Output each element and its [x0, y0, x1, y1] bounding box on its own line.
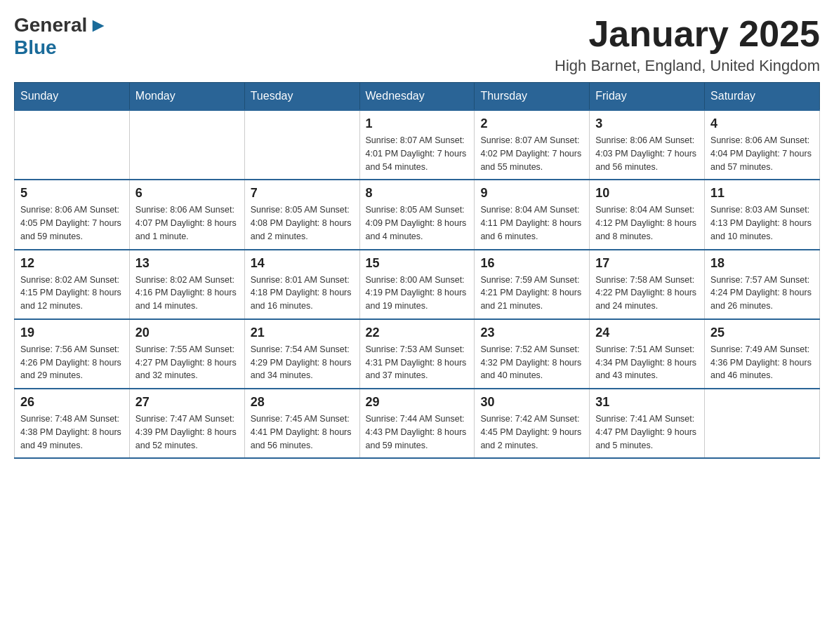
days-of-week-row: SundayMondayTuesdayWednesdayThursdayFrid… [15, 83, 820, 111]
day-number: 20 [135, 326, 239, 340]
calendar-cell: 30Sunrise: 7:42 AM Sunset: 4:45 PM Dayli… [475, 389, 590, 458]
day-info: Sunrise: 8:03 AM Sunset: 4:13 PM Dayligh… [710, 203, 814, 243]
day-info: Sunrise: 7:54 AM Sunset: 4:29 PM Dayligh… [251, 343, 354, 382]
day-number: 10 [595, 186, 699, 201]
calendar-cell: 24Sunrise: 7:51 AM Sunset: 4:34 PM Dayli… [590, 319, 705, 389]
week-row-2: 5Sunrise: 8:06 AM Sunset: 4:05 PM Daylig… [15, 180, 820, 249]
day-info: Sunrise: 7:42 AM Sunset: 4:45 PM Dayligh… [480, 412, 583, 452]
day-info: Sunrise: 7:51 AM Sunset: 4:34 PM Dayligh… [595, 343, 699, 382]
day-number: 28 [251, 395, 354, 410]
calendar-body: 1Sunrise: 8:07 AM Sunset: 4:01 PM Daylig… [15, 110, 820, 458]
day-number: 3 [595, 116, 699, 131]
week-row-1: 1Sunrise: 8:07 AM Sunset: 4:01 PM Daylig… [15, 110, 820, 180]
calendar-cell: 1Sunrise: 8:07 AM Sunset: 4:01 PM Daylig… [359, 110, 475, 180]
calendar-cell: 31Sunrise: 7:41 AM Sunset: 4:47 PM Dayli… [590, 389, 705, 458]
day-info: Sunrise: 7:41 AM Sunset: 4:47 PM Dayligh… [595, 412, 699, 452]
day-info: Sunrise: 8:06 AM Sunset: 4:03 PM Dayligh… [595, 134, 699, 173]
calendar-cell: 18Sunrise: 7:57 AM Sunset: 4:24 PM Dayli… [705, 250, 820, 319]
day-number: 4 [710, 116, 814, 131]
location: High Barnet, England, United Kingdom [555, 57, 820, 75]
day-info: Sunrise: 8:02 AM Sunset: 4:15 PM Dayligh… [20, 274, 124, 313]
day-number: 8 [366, 186, 469, 201]
day-info: Sunrise: 8:01 AM Sunset: 4:18 PM Dayligh… [251, 274, 354, 313]
calendar-cell [244, 110, 359, 180]
day-info: Sunrise: 7:55 AM Sunset: 4:27 PM Dayligh… [135, 343, 239, 382]
calendar-cell: 10Sunrise: 8:04 AM Sunset: 4:12 PM Dayli… [590, 180, 705, 249]
day-of-week-tuesday: Tuesday [244, 83, 359, 111]
day-number: 27 [135, 395, 239, 410]
calendar-cell: 16Sunrise: 7:59 AM Sunset: 4:21 PM Dayli… [475, 250, 590, 319]
day-info: Sunrise: 7:48 AM Sunset: 4:38 PM Dayligh… [20, 412, 124, 452]
day-number: 19 [20, 326, 124, 340]
day-info: Sunrise: 8:06 AM Sunset: 4:05 PM Dayligh… [20, 203, 124, 243]
calendar-cell: 4Sunrise: 8:06 AM Sunset: 4:04 PM Daylig… [705, 110, 820, 180]
day-number: 26 [20, 395, 124, 410]
day-info: Sunrise: 8:05 AM Sunset: 4:08 PM Dayligh… [251, 203, 354, 243]
calendar-cell: 29Sunrise: 7:44 AM Sunset: 4:43 PM Dayli… [359, 389, 475, 458]
day-info: Sunrise: 8:05 AM Sunset: 4:09 PM Dayligh… [366, 203, 469, 243]
calendar-cell [15, 110, 130, 180]
day-number: 14 [251, 256, 354, 271]
day-of-week-sunday: Sunday [15, 83, 130, 111]
month-title: January 2025 [555, 14, 820, 54]
logo: General ► Blue [14, 14, 108, 59]
calendar-cell: 6Sunrise: 8:06 AM Sunset: 4:07 PM Daylig… [129, 180, 244, 249]
logo-arrow-icon: ► [88, 14, 108, 36]
calendar-cell: 17Sunrise: 7:58 AM Sunset: 4:22 PM Dayli… [590, 250, 705, 319]
calendar-cell: 14Sunrise: 8:01 AM Sunset: 4:18 PM Dayli… [244, 250, 359, 319]
calendar-cell: 13Sunrise: 8:02 AM Sunset: 4:16 PM Dayli… [129, 250, 244, 319]
day-info: Sunrise: 7:57 AM Sunset: 4:24 PM Dayligh… [710, 274, 814, 313]
day-number: 18 [710, 256, 814, 271]
calendar-cell: 22Sunrise: 7:53 AM Sunset: 4:31 PM Dayli… [359, 319, 475, 389]
calendar-cell: 2Sunrise: 8:07 AM Sunset: 4:02 PM Daylig… [475, 110, 590, 180]
day-number: 17 [595, 256, 699, 271]
calendar-cell: 12Sunrise: 8:02 AM Sunset: 4:15 PM Dayli… [15, 250, 130, 319]
day-info: Sunrise: 7:47 AM Sunset: 4:39 PM Dayligh… [135, 412, 239, 452]
calendar-cell [129, 110, 244, 180]
calendar-cell: 9Sunrise: 8:04 AM Sunset: 4:11 PM Daylig… [475, 180, 590, 249]
day-info: Sunrise: 7:58 AM Sunset: 4:22 PM Dayligh… [595, 274, 699, 313]
day-info: Sunrise: 7:49 AM Sunset: 4:36 PM Dayligh… [710, 343, 814, 382]
day-number: 21 [251, 326, 354, 340]
logo-text: General ► [14, 14, 108, 36]
calendar-cell: 19Sunrise: 7:56 AM Sunset: 4:26 PM Dayli… [15, 319, 130, 389]
day-info: Sunrise: 7:52 AM Sunset: 4:32 PM Dayligh… [480, 343, 583, 382]
day-number: 29 [366, 395, 469, 410]
day-number: 24 [595, 326, 699, 340]
calendar-cell: 28Sunrise: 7:45 AM Sunset: 4:41 PM Dayli… [244, 389, 359, 458]
day-number: 30 [480, 395, 583, 410]
day-of-week-friday: Friday [590, 83, 705, 111]
day-info: Sunrise: 7:56 AM Sunset: 4:26 PM Dayligh… [20, 343, 124, 382]
calendar-cell: 20Sunrise: 7:55 AM Sunset: 4:27 PM Dayli… [129, 319, 244, 389]
day-number: 15 [366, 256, 469, 271]
day-of-week-wednesday: Wednesday [359, 83, 475, 111]
calendar-table: SundayMondayTuesdayWednesdayThursdayFrid… [14, 82, 820, 459]
calendar-cell [705, 389, 820, 458]
day-number: 22 [366, 326, 469, 340]
calendar-cell: 8Sunrise: 8:05 AM Sunset: 4:09 PM Daylig… [359, 180, 475, 249]
calendar-cell: 26Sunrise: 7:48 AM Sunset: 4:38 PM Dayli… [15, 389, 130, 458]
calendar-cell: 25Sunrise: 7:49 AM Sunset: 4:36 PM Dayli… [705, 319, 820, 389]
day-info: Sunrise: 8:07 AM Sunset: 4:01 PM Dayligh… [366, 134, 469, 173]
day-number: 2 [480, 116, 583, 131]
week-row-5: 26Sunrise: 7:48 AM Sunset: 4:38 PM Dayli… [15, 389, 820, 458]
calendar-cell: 3Sunrise: 8:06 AM Sunset: 4:03 PM Daylig… [590, 110, 705, 180]
day-number: 23 [480, 326, 583, 340]
day-info: Sunrise: 8:07 AM Sunset: 4:02 PM Dayligh… [480, 134, 583, 173]
calendar-cell: 7Sunrise: 8:05 AM Sunset: 4:08 PM Daylig… [244, 180, 359, 249]
logo-general: General [14, 14, 87, 36]
day-info: Sunrise: 7:44 AM Sunset: 4:43 PM Dayligh… [366, 412, 469, 452]
day-info: Sunrise: 8:02 AM Sunset: 4:16 PM Dayligh… [135, 274, 239, 313]
day-info: Sunrise: 8:06 AM Sunset: 4:07 PM Dayligh… [135, 203, 239, 243]
day-number: 7 [251, 186, 354, 201]
logo-blue: Blue [14, 36, 57, 59]
day-info: Sunrise: 8:00 AM Sunset: 4:19 PM Dayligh… [366, 274, 469, 313]
day-of-week-monday: Monday [129, 83, 244, 111]
day-number: 31 [595, 395, 699, 410]
day-number: 1 [366, 116, 469, 131]
day-number: 16 [480, 256, 583, 271]
day-number: 11 [710, 186, 814, 201]
calendar-cell: 15Sunrise: 8:00 AM Sunset: 4:19 PM Dayli… [359, 250, 475, 319]
day-info: Sunrise: 8:06 AM Sunset: 4:04 PM Dayligh… [710, 134, 814, 173]
day-number: 13 [135, 256, 239, 271]
